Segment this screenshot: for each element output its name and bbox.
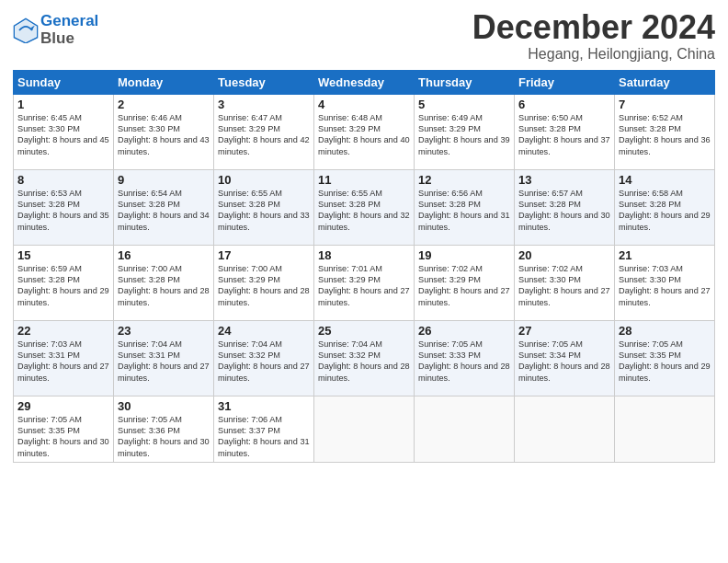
cell-info: Sunrise: 6:45 AM Sunset: 3:30 PM Dayligh… xyxy=(17,112,109,158)
day-number: 14 xyxy=(619,173,711,187)
cell-info: Sunrise: 6:56 AM Sunset: 3:28 PM Dayligh… xyxy=(418,188,510,234)
day-number: 10 xyxy=(218,173,310,187)
day-number: 17 xyxy=(218,248,310,262)
calendar-cell: 11Sunrise: 6:55 AM Sunset: 3:28 PM Dayli… xyxy=(314,169,415,245)
calendar-cell: 26Sunrise: 7:05 AM Sunset: 3:33 PM Dayli… xyxy=(415,320,515,396)
cell-info: Sunrise: 7:00 AM Sunset: 3:29 PM Dayligh… xyxy=(218,263,310,309)
day-number: 19 xyxy=(418,248,510,262)
day-number: 13 xyxy=(518,173,610,187)
calendar-cell xyxy=(515,396,615,463)
cell-info: Sunrise: 7:03 AM Sunset: 3:30 PM Dayligh… xyxy=(619,263,711,309)
day-number: 9 xyxy=(118,173,210,187)
day-number: 30 xyxy=(118,399,210,413)
month-title: December 2024 xyxy=(472,9,715,46)
calendar-cell: 29Sunrise: 7:05 AM Sunset: 3:35 PM Dayli… xyxy=(14,396,114,463)
title-block: December 2024 Hegang, Heilongjiang, Chin… xyxy=(472,9,715,63)
calendar-cell: 9Sunrise: 6:54 AM Sunset: 3:28 PM Daylig… xyxy=(114,169,214,245)
cell-info: Sunrise: 7:00 AM Sunset: 3:28 PM Dayligh… xyxy=(118,263,210,309)
cell-info: Sunrise: 6:48 AM Sunset: 3:29 PM Dayligh… xyxy=(318,112,410,158)
calendar-day-header: Saturday xyxy=(615,70,715,94)
calendar-cell: 15Sunrise: 6:59 AM Sunset: 3:28 PM Dayli… xyxy=(14,245,114,320)
calendar-cell: 16Sunrise: 7:00 AM Sunset: 3:28 PM Dayli… xyxy=(114,245,214,320)
day-number: 28 xyxy=(619,324,711,338)
logo: General Blue xyxy=(13,13,98,47)
calendar-table: SundayMondayTuesdayWednesdayThursdayFrid… xyxy=(13,70,715,464)
cell-info: Sunrise: 7:04 AM Sunset: 3:31 PM Dayligh… xyxy=(118,339,210,385)
cell-info: Sunrise: 7:05 AM Sunset: 3:33 PM Dayligh… xyxy=(418,339,510,385)
calendar-cell: 24Sunrise: 7:04 AM Sunset: 3:32 PM Dayli… xyxy=(214,320,314,396)
calendar-header-row: SundayMondayTuesdayWednesdayThursdayFrid… xyxy=(14,70,715,94)
cell-info: Sunrise: 7:04 AM Sunset: 3:32 PM Dayligh… xyxy=(218,339,310,385)
day-number: 21 xyxy=(619,248,711,262)
calendar-cell: 31Sunrise: 7:06 AM Sunset: 3:37 PM Dayli… xyxy=(214,396,314,463)
cell-info: Sunrise: 6:49 AM Sunset: 3:29 PM Dayligh… xyxy=(418,112,510,158)
calendar-day-header: Thursday xyxy=(415,70,515,94)
calendar-cell: 20Sunrise: 7:02 AM Sunset: 3:30 PM Dayli… xyxy=(515,245,615,320)
cell-info: Sunrise: 7:05 AM Sunset: 3:35 PM Dayligh… xyxy=(619,339,711,385)
day-number: 7 xyxy=(619,98,711,111)
day-number: 3 xyxy=(218,98,310,111)
day-number: 4 xyxy=(318,98,410,111)
location-subtitle: Hegang, Heilongjiang, China xyxy=(472,46,715,63)
cell-info: Sunrise: 6:52 AM Sunset: 3:28 PM Dayligh… xyxy=(619,112,711,158)
cell-info: Sunrise: 6:50 AM Sunset: 3:28 PM Dayligh… xyxy=(518,112,610,158)
calendar-cell: 10Sunrise: 6:55 AM Sunset: 3:28 PM Dayli… xyxy=(214,169,314,245)
cell-info: Sunrise: 6:57 AM Sunset: 3:28 PM Dayligh… xyxy=(518,188,610,234)
cell-info: Sunrise: 7:02 AM Sunset: 3:30 PM Dayligh… xyxy=(518,263,610,309)
cell-info: Sunrise: 6:59 AM Sunset: 3:28 PM Dayligh… xyxy=(17,263,109,309)
calendar-cell: 7Sunrise: 6:52 AM Sunset: 3:28 PM Daylig… xyxy=(615,94,715,169)
calendar-cell: 2Sunrise: 6:46 AM Sunset: 3:30 PM Daylig… xyxy=(114,94,214,169)
cell-info: Sunrise: 7:06 AM Sunset: 3:37 PM Dayligh… xyxy=(218,414,310,460)
cell-info: Sunrise: 6:47 AM Sunset: 3:29 PM Dayligh… xyxy=(218,112,310,158)
cell-info: Sunrise: 6:55 AM Sunset: 3:28 PM Dayligh… xyxy=(318,188,410,234)
day-number: 16 xyxy=(118,248,210,262)
calendar-day-header: Friday xyxy=(515,70,615,94)
day-number: 2 xyxy=(118,98,210,111)
day-number: 27 xyxy=(518,324,610,338)
day-number: 29 xyxy=(17,399,109,413)
day-number: 25 xyxy=(318,324,410,338)
calendar-day-header: Tuesday xyxy=(214,70,314,94)
cell-info: Sunrise: 7:02 AM Sunset: 3:29 PM Dayligh… xyxy=(418,263,510,309)
day-number: 11 xyxy=(318,173,410,187)
calendar-cell: 22Sunrise: 7:03 AM Sunset: 3:31 PM Dayli… xyxy=(14,320,114,396)
cell-info: Sunrise: 6:53 AM Sunset: 3:28 PM Dayligh… xyxy=(17,188,109,234)
calendar-cell: 4Sunrise: 6:48 AM Sunset: 3:29 PM Daylig… xyxy=(314,94,415,169)
calendar-cell xyxy=(415,396,515,463)
calendar-cell: 14Sunrise: 6:58 AM Sunset: 3:28 PM Dayli… xyxy=(615,169,715,245)
cell-info: Sunrise: 6:46 AM Sunset: 3:30 PM Dayligh… xyxy=(118,112,210,158)
calendar-cell: 6Sunrise: 6:50 AM Sunset: 3:28 PM Daylig… xyxy=(515,94,615,169)
day-number: 18 xyxy=(318,248,410,262)
day-number: 26 xyxy=(418,324,510,338)
cell-info: Sunrise: 6:58 AM Sunset: 3:28 PM Dayligh… xyxy=(619,188,711,234)
day-number: 24 xyxy=(218,324,310,338)
cell-info: Sunrise: 6:54 AM Sunset: 3:28 PM Dayligh… xyxy=(118,188,210,234)
calendar-cell: 18Sunrise: 7:01 AM Sunset: 3:29 PM Dayli… xyxy=(314,245,415,320)
calendar-cell: 21Sunrise: 7:03 AM Sunset: 3:30 PM Dayli… xyxy=(615,245,715,320)
cell-info: Sunrise: 7:05 AM Sunset: 3:36 PM Dayligh… xyxy=(118,414,210,460)
calendar-cell: 19Sunrise: 7:02 AM Sunset: 3:29 PM Dayli… xyxy=(415,245,515,320)
calendar-cell xyxy=(314,396,415,463)
calendar-cell: 3Sunrise: 6:47 AM Sunset: 3:29 PM Daylig… xyxy=(214,94,314,169)
cell-info: Sunrise: 7:04 AM Sunset: 3:32 PM Dayligh… xyxy=(318,339,410,385)
calendar-cell: 23Sunrise: 7:04 AM Sunset: 3:31 PM Dayli… xyxy=(114,320,214,396)
cell-info: Sunrise: 7:05 AM Sunset: 3:34 PM Dayligh… xyxy=(518,339,610,385)
cell-info: Sunrise: 7:01 AM Sunset: 3:29 PM Dayligh… xyxy=(318,263,410,309)
day-number: 15 xyxy=(17,248,109,262)
calendar-cell: 28Sunrise: 7:05 AM Sunset: 3:35 PM Dayli… xyxy=(615,320,715,396)
day-number: 20 xyxy=(518,248,610,262)
day-number: 1 xyxy=(17,98,109,111)
logo-text: General Blue xyxy=(40,13,98,47)
day-number: 6 xyxy=(518,98,610,111)
day-number: 22 xyxy=(17,324,109,338)
calendar-day-header: Sunday xyxy=(14,70,114,94)
page: General Blue December 2024 Hegang, Heilo… xyxy=(0,0,728,563)
cell-info: Sunrise: 6:55 AM Sunset: 3:28 PM Dayligh… xyxy=(218,188,310,234)
calendar-cell: 1Sunrise: 6:45 AM Sunset: 3:30 PM Daylig… xyxy=(14,94,114,169)
calendar-cell: 30Sunrise: 7:05 AM Sunset: 3:36 PM Dayli… xyxy=(114,396,214,463)
header: General Blue December 2024 Hegang, Heilo… xyxy=(13,9,715,63)
calendar-cell: 17Sunrise: 7:00 AM Sunset: 3:29 PM Dayli… xyxy=(214,245,314,320)
day-number: 31 xyxy=(218,399,310,413)
day-number: 8 xyxy=(17,173,109,187)
day-number: 5 xyxy=(418,98,510,111)
